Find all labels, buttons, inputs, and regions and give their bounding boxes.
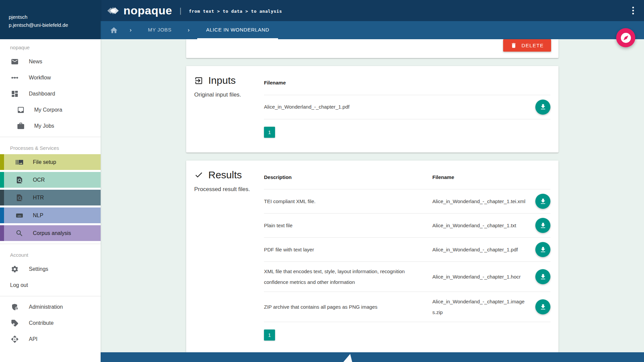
job-actions-card: DELETE (186, 39, 558, 58)
sidebar-section-nopaque: nopaque (0, 39, 101, 54)
result-filename: Alice_in_Wonderland_-_chapter_1.pdf (432, 244, 530, 255)
result-filename: Alice_in_Wonderland_-_chapter_1.tei.xml (432, 196, 530, 207)
dashboard-icon (11, 90, 19, 98)
inputs-table: Filename Alice_in_Wonderland_-_chapter_1… (264, 75, 550, 138)
download-button[interactable] (535, 242, 550, 257)
sidebar-item-administration[interactable]: Administration (0, 299, 101, 315)
explore-fab-button[interactable] (616, 28, 635, 47)
inputs-title: Inputs (208, 75, 236, 86)
inputs-card-header: Inputs Original input files. (194, 75, 256, 138)
main-area: nopaque | from text > to data > to analy… (101, 0, 644, 362)
table-row: Plain text file Alice_in_Wonderland_-_ch… (264, 214, 550, 238)
sidebar-item-label: My Jobs (34, 123, 54, 129)
sidebar-item-contribute[interactable]: Contribute (0, 315, 101, 331)
sidebar-divider (0, 296, 101, 296)
sidebar-item-label: Dashboard (29, 91, 55, 97)
sidebar-section-services: Processes & Services (0, 140, 101, 154)
sidebar-item-label: Settings (29, 266, 48, 272)
check-icon (194, 170, 203, 179)
app-root: pjentsch p.jentsch@uni-bielefeld.de nopa… (0, 0, 644, 362)
inputs-subtitle: Original input files. (194, 92, 256, 98)
results-card-header: Results Processed result files. (194, 169, 256, 341)
sidebar-item-workflow[interactable]: Workflow (0, 70, 101, 86)
filename-column-header: Filename (264, 77, 530, 88)
sidebar-item-label: News (29, 59, 42, 65)
logo-text[interactable]: nopaque (123, 4, 172, 17)
download-icon (539, 273, 547, 281)
sidebar-item-file-setup[interactable]: File setup (0, 154, 101, 170)
footer (101, 352, 644, 362)
sidebar-item-label: Log out (10, 282, 28, 288)
results-table: Description Filename TEI compliant XML f… (264, 169, 550, 341)
input-filename: Alice_in_Wonderland_-_chapter_1.pdf (264, 102, 530, 112)
sidebar-item-dashboard[interactable]: Dashboard (0, 86, 101, 102)
result-description: XML file that encodes text, style, layou… (264, 266, 432, 287)
sidebar-item-logout[interactable]: Log out (0, 277, 101, 293)
download-button[interactable] (535, 100, 550, 115)
table-row: PDF file with text layer Alice_in_Wonder… (264, 238, 550, 262)
download-icon (539, 303, 547, 311)
sidebar-item-label: File setup (33, 159, 56, 165)
sidebar-divider (0, 244, 101, 244)
sidebar-item-news[interactable]: News (0, 54, 101, 70)
app-header: nopaque | from text > to data > to analy… (101, 0, 644, 21)
result-description: Plain text file (264, 220, 432, 231)
find-in-page-icon (15, 194, 23, 202)
sidebar-item-api[interactable]: API (0, 331, 101, 347)
delete-button[interactable]: DELETE (503, 39, 551, 52)
sidebar-item-htr[interactable]: HTR (0, 190, 101, 205)
description-column-header: Description (264, 172, 432, 183)
sidebar-item-label: API (29, 336, 38, 342)
search-icon (15, 229, 23, 237)
sidebar: pjentsch p.jentsch@uni-bielefeld.de nopa… (0, 0, 101, 362)
download-button[interactable] (535, 299, 550, 314)
sidebar-section-account: Account (0, 247, 101, 261)
chevron-right-icon (122, 21, 139, 39)
compass-icon (621, 33, 631, 43)
sidebar-item-corpus-analysis[interactable]: Corpus analysis (0, 225, 101, 241)
result-filename: Alice_in_Wonderland_-_chapter_1.images.z… (432, 296, 530, 317)
download-icon (539, 222, 547, 229)
breadcrumb-my-jobs[interactable]: MY JOBS (139, 21, 180, 39)
download-button[interactable] (535, 269, 550, 284)
download-icon (539, 103, 547, 111)
user-email: p.jentsch@uni-bielefeld.de (9, 22, 97, 28)
download-button[interactable] (535, 218, 550, 233)
sidebar-item-label: HTR (33, 195, 44, 201)
user-panel: pjentsch p.jentsch@uni-bielefeld.de (0, 0, 101, 39)
chevron-right-icon (180, 21, 197, 39)
nopaque-logo-icon (106, 4, 120, 18)
sidebar-item-settings[interactable]: Settings (0, 261, 101, 277)
pagination-page-1[interactable]: 1 (264, 127, 275, 138)
sidebar-item-label: Administration (29, 304, 63, 310)
result-description: PDF file with text layer (264, 244, 432, 255)
result-description: TEI compliant XML file. (264, 196, 432, 207)
home-icon[interactable] (105, 21, 122, 39)
result-description: ZIP archive that contains all pages as P… (264, 302, 432, 312)
delete-button-label: DELETE (522, 43, 544, 48)
kebab-menu-icon[interactable] (629, 6, 637, 15)
sidebar-item-label: Corpus analysis (33, 230, 71, 236)
sidebar-item-my-jobs[interactable]: My Jobs (0, 118, 101, 134)
sidebar-divider (0, 137, 101, 137)
gear-icon (11, 265, 19, 273)
table-row: ZIP archive that contains all pages as P… (264, 292, 550, 322)
sidebar-item-ocr[interactable]: OCR (0, 172, 101, 188)
download-button[interactable] (535, 194, 550, 209)
result-filename: Alice_in_Wonderland_-_chapter_1.hocr (432, 272, 530, 282)
inputs-table-header: Filename (264, 75, 550, 95)
download-icon (539, 198, 547, 205)
table-row: TEI compliant XML file. Alice_in_Wonderl… (264, 189, 550, 214)
sidebar-item-label: OCR (33, 177, 45, 183)
sidebar-item-nlp[interactable]: </> NLP (0, 207, 101, 223)
sidebar-item-label: My Corpora (34, 107, 62, 113)
sidebar-item-my-corpora[interactable]: My Corpora (0, 102, 101, 118)
api-icon (11, 335, 19, 343)
results-subtitle: Processed result files. (194, 186, 256, 193)
breadcrumb-current-job[interactable]: ALICE IN WONDERLAND (197, 21, 278, 39)
brand-tagline: from text > to data > to analysis (189, 7, 282, 14)
pagination-page-1[interactable]: 1 (264, 329, 275, 341)
nopaque-footer-logo-icon (339, 354, 354, 362)
code-icon: </> (15, 212, 23, 220)
results-title: Results (208, 169, 242, 181)
